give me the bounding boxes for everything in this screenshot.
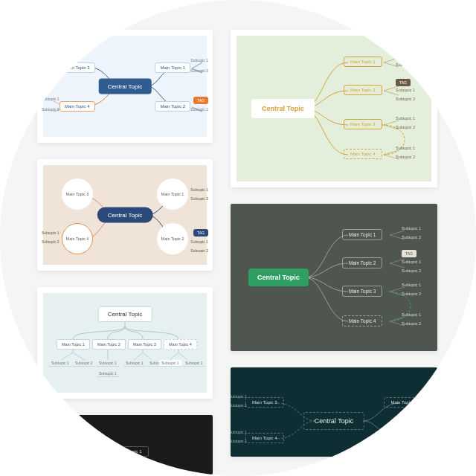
main-topic-4: Main Topic 4 xyxy=(342,315,382,327)
main-topic-3: Main Topic 3 xyxy=(62,178,93,210)
main-topic-1: Main Topic 1 xyxy=(57,339,90,350)
subtopic: Subtopic 2 xyxy=(190,68,208,73)
subtopic: Subtopic 2 xyxy=(42,107,60,112)
subtopic: Subtopic 1 xyxy=(190,58,208,62)
canvas: Central Topic Main Topic 1 Main Topic 2 … xyxy=(43,293,207,393)
main-topic-2: Main Topic 2 xyxy=(344,85,382,95)
subtopic: Subtopic 1 xyxy=(42,97,60,101)
subtopic: Subtopic 2 xyxy=(190,196,208,201)
subtopic: Subtopic 2 xyxy=(231,439,247,443)
main-topic-2: Main Topic 2 xyxy=(155,101,190,112)
subtopic: Subtopic 2 xyxy=(396,125,415,129)
template-card-teal-tree[interactable]: Central Topic Main Topic 1 Main Topic 2 … xyxy=(37,287,213,399)
main-topic-3: Main Topic 3 xyxy=(344,119,382,129)
subtopic: Subtopic 2 xyxy=(396,97,415,101)
main-topic-2: Main Topic 2 xyxy=(157,223,188,254)
subtopic: Subtopic 1 xyxy=(402,260,421,264)
main-topic-1: Main Topic 1 xyxy=(110,446,149,457)
main-topic-4: Main Topic 4 xyxy=(344,149,382,159)
left-column: Central Topic Main Topic 3 Main Topic 4 … xyxy=(37,30,213,475)
template-card-dark-green[interactable]: Central Topic Main Topic 1 Main Topic 2 … xyxy=(231,204,437,351)
central-topic: TOPIC xyxy=(58,452,89,463)
template-card-blue-mindmap[interactable]: Central Topic Main Topic 3 Main Topic 4 … xyxy=(37,30,213,143)
main-topic-3: Main Topic 3 xyxy=(342,286,382,297)
subtopic: Subtopic 1 xyxy=(396,54,415,58)
central-topic: Central Topic xyxy=(303,412,364,430)
main-topic-1: Main Topic 1 xyxy=(384,397,422,408)
main-topic-4: Main Topic 4 xyxy=(164,339,197,350)
subtopic: Subtopic 1 xyxy=(42,231,60,235)
subtopic: Subtopic 1 xyxy=(42,58,60,62)
main-topic-3: Main Topic 3 xyxy=(60,62,95,73)
subtopic: Subtopic 2 xyxy=(183,360,205,367)
right-column: Central Topic Main Topic 1 Main Topic 2 … xyxy=(231,30,437,475)
central-topic: Central Topic xyxy=(99,79,152,94)
main-topic-1: Main Topic 1 xyxy=(344,57,382,67)
subtopic: Subtopic 2 xyxy=(402,321,421,326)
template-card-tan-circles[interactable]: Central Topic Main Topic 3 Main Topic 4 … xyxy=(37,159,213,271)
subtopic: Subtopic 1 xyxy=(123,360,146,367)
subtopic: Subtopic 1 xyxy=(49,360,71,367)
subtopic: Subtopic 1 xyxy=(190,239,208,244)
central-topic: Central Topic xyxy=(251,99,315,118)
subtopic: Subtopic 2 xyxy=(231,403,247,408)
subtopic: Subtopic 1 xyxy=(402,226,421,231)
canvas: Central Topic Main Topic 3 Main Topic 4 … xyxy=(43,165,207,265)
subtopic: Subtopic 1 xyxy=(396,116,415,120)
main-topic-3: Main Topic 3 xyxy=(245,397,284,408)
main-topic-2: Main Topic 2 xyxy=(342,257,382,268)
subtopic: Subtopic 2 xyxy=(402,292,421,296)
subtopic: Subtopic 2 xyxy=(190,248,208,253)
subtopic: Subtopic 2 xyxy=(42,239,60,244)
subtopic: Subtopic 1 xyxy=(231,394,247,399)
subtopic: Subtopic 1 xyxy=(190,187,208,192)
central-topic: Central Topic xyxy=(97,208,153,223)
subtopic: Subtopic 1 xyxy=(402,283,421,287)
subtopic: Subtopic 2 xyxy=(396,155,415,159)
main-topic-1: Main Topic 1 xyxy=(342,229,382,240)
template-card-dark-partial[interactable]: TOPIC Main Topic 1 Main Topic 2 xyxy=(37,415,213,475)
subtopic: Subtopic 1 xyxy=(231,430,247,434)
subtopic: Subtopic 1 xyxy=(159,360,181,367)
main-topic-2: Main Topic 2 xyxy=(92,339,126,350)
subtopic: Subtopic 1 xyxy=(396,88,415,92)
main-topic-2: Main Topic 2 xyxy=(384,433,422,443)
main-topic-3: Main Topic 3 xyxy=(128,339,161,350)
main-topic-1: Main Topic 1 xyxy=(157,178,188,210)
canvas: Central Topic Main Topic 3 Main Topic 4 … xyxy=(43,36,207,137)
subtopic: Subtopic 2 xyxy=(402,268,421,273)
tag-badge: TAG xyxy=(193,229,208,237)
tag-badge: TAG xyxy=(396,79,411,86)
tag-badge: TAG xyxy=(402,250,416,257)
tag-badge: TAG xyxy=(193,97,208,104)
template-card-green-tree[interactable]: Central Topic Main Topic 1 Main Topic 2 … xyxy=(231,30,437,187)
central-topic: Central Topic xyxy=(98,306,152,322)
subtopic: Subtopic 1 xyxy=(396,146,415,150)
main-topic-4: Main Topic 4 xyxy=(245,433,284,443)
subtopic: Subtopic 1 xyxy=(97,360,119,367)
subtopic: Subtopic 2 xyxy=(42,68,60,73)
canvas: Central Topic Main Topic 1 Main Topic 2 … xyxy=(237,36,431,181)
main-topic-4: Main Topic 4 xyxy=(60,101,95,112)
subtopic: Subtopic 2 xyxy=(402,235,421,239)
subtopic: Subtopic 2 xyxy=(396,62,415,67)
central-topic: Central Topic xyxy=(248,268,309,286)
main-topic-4: Main Topic 4 xyxy=(62,223,93,254)
gallery-grid: Central Topic Main Topic 3 Main Topic 4 … xyxy=(37,30,439,475)
template-card-navy[interactable]: Central Topic Main Topic 3 Main Topic 4 … xyxy=(231,367,437,457)
main-topic-2: Main Topic 2 xyxy=(110,458,149,469)
subtopic: Subtopic 2 xyxy=(73,360,95,367)
subtopic: Subtopic 1 xyxy=(97,370,119,377)
main-topic-1: Main Topic 1 xyxy=(155,62,190,73)
template-gallery: Central Topic Main Topic 3 Main Topic 4 … xyxy=(0,0,476,476)
subtopic: Subtopic 1 xyxy=(402,312,421,317)
subtopic: Subtopic 2 xyxy=(190,107,208,112)
